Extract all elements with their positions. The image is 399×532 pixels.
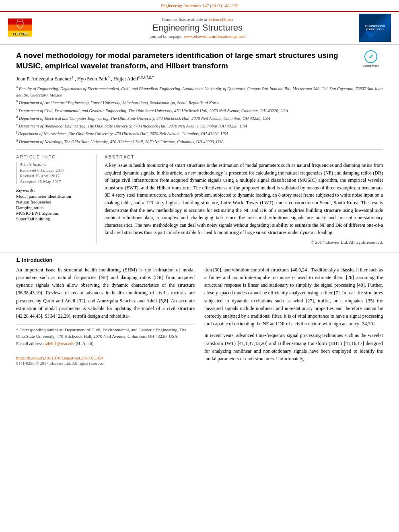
journal-title: Engineering Structures (36, 23, 359, 33)
article-info-label: ARTICLE INFO (16, 154, 90, 159)
body-text-right-2: In recent years, advanced time-frequency… (204, 332, 383, 363)
affiliations-block: a Faculty of Engineering, Departments of… (16, 84, 383, 150)
author1-name: Juan P. Amezquita-Sanchez (16, 76, 72, 82)
paper-title: A novel methodology for modal parameters… (16, 50, 383, 71)
blank-line (16, 348, 195, 354)
body-text-right: tion [30], and vibration control of stru… (204, 266, 383, 328)
author2-affil: b (107, 75, 109, 79)
doi-line[interactable]: http://dx.doi.org/10.1016/j.engstruct.20… (16, 355, 195, 360)
footnote-corresponding: * Corresponding author at: Department of… (16, 327, 195, 339)
body-col-left: An important issue in structural health … (16, 266, 195, 366)
abstract-label: ABSTRACT (105, 154, 383, 159)
keyword-5: Super Tall building (16, 216, 90, 221)
crossmark-logo: ✓ (364, 50, 377, 63)
journal-banner: ELSEVIER Contents lists available at Sci… (0, 12, 399, 45)
authors-line: Juan P. Amezquita-Sancheza , Hyo Seon Pa… (16, 75, 383, 82)
contents-line: Contents lists available at ScienceDirec… (36, 17, 359, 22)
affiliation-d: d Department of Electrical and Computer … (16, 114, 383, 121)
main-body: 1. Introduction An important issue in st… (0, 253, 399, 370)
banner-center: Contents lists available at ScienceDirec… (36, 17, 359, 39)
affiliation-f: f Department of Neuroscience, The Ohio S… (16, 129, 383, 137)
body-columns: An important issue in structural health … (16, 266, 383, 366)
footnote-section: * Corresponding author at: Department of… (16, 324, 195, 366)
homepage-url[interactable]: www.elsevier.com/locate/engstruct (184, 34, 246, 39)
abstract-column: ABSTRACT A key issue in health monitorin… (105, 154, 383, 244)
footnote-email: E-mail address: adeli.1@osu.edu (H. Adel… (16, 341, 195, 347)
keywords-label: Keywords: (16, 188, 90, 193)
journal-logo-image: ENGINEERING STRUCTURES (359, 14, 391, 42)
affiliation-e: e Department of Biomedical Engineering, … (16, 122, 383, 129)
affiliation-b: b Department of Architectural Engineerin… (16, 99, 383, 106)
sciencedirect-link[interactable]: ScienceDirect (208, 17, 233, 22)
affiliation-a: a Faculty of Engineering, Departments of… (16, 84, 383, 98)
keywords-section: Keywords: Modal parameter identification… (16, 188, 90, 221)
elsevier-branding: ELSEVIER (8, 18, 36, 37)
journal-header: Engineering Structures 147 (2017) 148–15… (0, 0, 399, 12)
paper-content: A novel methodology for modal parameters… (0, 45, 399, 249)
body-text-left: An important issue in structural health … (16, 266, 195, 320)
article-history: Article history: Received 6 January 2017… (16, 162, 90, 184)
article-info-column: ARTICLE INFO Article history: Received 6… (16, 154, 97, 244)
keyword-3: Damping ratios (16, 205, 90, 210)
keyword-1: Modal parameter identification (16, 194, 90, 199)
issn-line: 0141-0296/© 2017 Elsevier Ltd. All right… (16, 361, 195, 366)
journal-ref: Engineering Structures 147 (2017) 148–15… (8, 3, 391, 8)
section1-heading: 1. Introduction (16, 257, 383, 263)
affiliation-g: g Department of Neurology, The Ohio Stat… (16, 138, 383, 145)
history-label: Article history: (20, 162, 90, 166)
crossmark: ✓ CrossMark (359, 50, 383, 68)
affiliation-c: c Department of Civil, Environmental, an… (16, 107, 383, 114)
email-link[interactable]: adeli.1@osu.edu (45, 341, 74, 346)
journal-homepage: journal homepage: www.elsevier.com/locat… (36, 34, 359, 39)
body-col-right: tion [30], and vibration control of stru… (204, 266, 383, 366)
received-date: Received 6 January 2017 (20, 168, 90, 173)
keyword-4: MUSIC-EWT algorithm (16, 211, 90, 216)
copyright-line: © 2017 Elsevier Ltd. All rights reserved… (105, 240, 383, 244)
accepted-date: Accepted 25 May 2017 (20, 179, 90, 184)
abstract-text: A key issue in health monitoring of smar… (105, 162, 383, 236)
svg-point-0 (17, 19, 23, 28)
author3-name: , Hojjat Adeli (111, 76, 138, 82)
author3-affil: c,d,e,f,g,* (138, 75, 154, 79)
revised-date: Revised 15 April 2017 (20, 173, 90, 178)
article-info-abstract: ARTICLE INFO Article history: Received 6… (16, 154, 383, 244)
author2-name: , Hyo Seon Park (74, 76, 107, 82)
author1-affil: a (72, 75, 73, 79)
keyword-2: Natural frequencies (16, 199, 90, 204)
